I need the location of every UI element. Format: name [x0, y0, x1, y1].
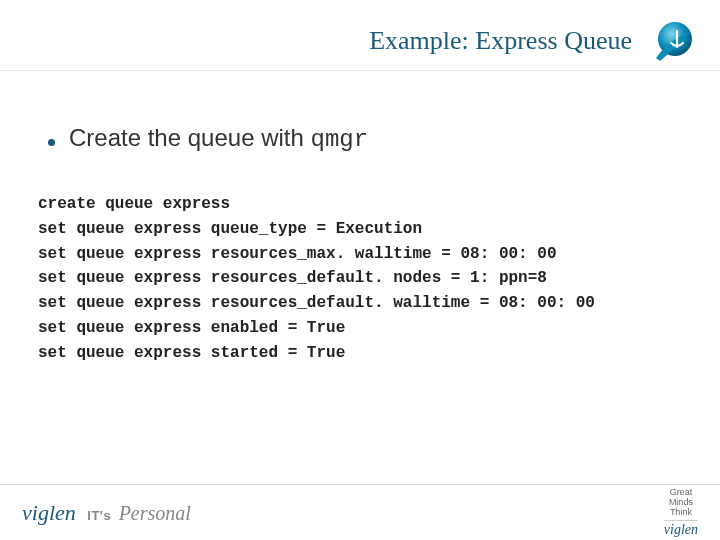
bullet-text: Create the queue with qmgr: [69, 124, 660, 153]
slide: Example: Express Queue Create th: [0, 0, 720, 540]
code-line: create queue express: [38, 195, 230, 213]
tagline-line: Think: [670, 508, 692, 518]
code-line: set queue express queue_type = Execution: [38, 220, 422, 238]
bullet-list: Create the queue with qmgr: [48, 124, 660, 153]
header: Example: Express Queue: [0, 18, 720, 64]
bullet-dot-icon: [48, 139, 55, 146]
bullet-code: qmgr: [311, 126, 369, 153]
code-line: set queue express resources_max. walltim…: [38, 245, 556, 263]
bullet-item: Create the queue with qmgr: [48, 124, 660, 153]
footer-its: IT's: [87, 508, 111, 523]
bullet-prefix: Create the queue with: [69, 124, 311, 151]
brand-swoosh-icon: [650, 18, 696, 64]
brand-small: viglen: [664, 520, 698, 537]
code-line: set queue express resources_default. nod…: [38, 269, 547, 287]
brand-wordmark: viglen: [22, 500, 76, 525]
code-line: set queue express started = True: [38, 344, 345, 362]
footer-tagline: Great Minds Think viglen: [664, 488, 698, 537]
slide-title: Example: Express Queue: [369, 26, 632, 56]
footer-personal: Personal: [119, 502, 191, 524]
code-line: set queue express resources_default. wal…: [38, 294, 595, 312]
footer: viglen IT's Personal Great Minds Think v…: [0, 484, 720, 540]
header-divider: [0, 70, 720, 71]
code-block: create queue express set queue express q…: [38, 192, 660, 366]
code-line: set queue express enabled = True: [38, 319, 345, 337]
footer-brand: viglen IT's Personal: [22, 500, 191, 526]
